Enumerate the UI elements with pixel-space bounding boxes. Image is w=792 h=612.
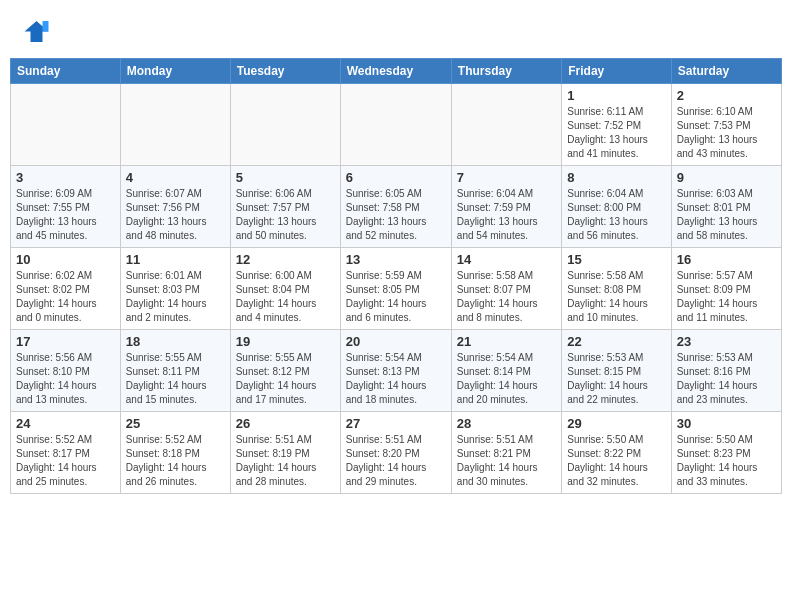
calendar-day-cell: 10Sunrise: 6:02 AM Sunset: 8:02 PM Dayli… xyxy=(11,248,121,330)
day-number: 8 xyxy=(567,170,665,185)
day-info: Sunrise: 5:55 AM Sunset: 8:11 PM Dayligh… xyxy=(126,351,225,407)
weekday-header-monday: Monday xyxy=(120,59,230,84)
header xyxy=(10,10,782,50)
day-number: 30 xyxy=(677,416,776,431)
weekday-header-sunday: Sunday xyxy=(11,59,121,84)
day-number: 1 xyxy=(567,88,665,103)
calendar-week-row: 1Sunrise: 6:11 AM Sunset: 7:52 PM Daylig… xyxy=(11,84,782,166)
day-number: 19 xyxy=(236,334,335,349)
day-info: Sunrise: 5:51 AM Sunset: 8:19 PM Dayligh… xyxy=(236,433,335,489)
calendar-day-cell: 8Sunrise: 6:04 AM Sunset: 8:00 PM Daylig… xyxy=(562,166,671,248)
day-number: 18 xyxy=(126,334,225,349)
day-number: 17 xyxy=(16,334,115,349)
day-info: Sunrise: 6:07 AM Sunset: 7:56 PM Dayligh… xyxy=(126,187,225,243)
calendar-week-row: 10Sunrise: 6:02 AM Sunset: 8:02 PM Dayli… xyxy=(11,248,782,330)
calendar-week-row: 17Sunrise: 5:56 AM Sunset: 8:10 PM Dayli… xyxy=(11,330,782,412)
day-info: Sunrise: 6:05 AM Sunset: 7:58 PM Dayligh… xyxy=(346,187,446,243)
calendar-day-cell: 21Sunrise: 5:54 AM Sunset: 8:14 PM Dayli… xyxy=(451,330,561,412)
calendar-day-cell: 17Sunrise: 5:56 AM Sunset: 8:10 PM Dayli… xyxy=(11,330,121,412)
calendar-day-cell: 11Sunrise: 6:01 AM Sunset: 8:03 PM Dayli… xyxy=(120,248,230,330)
svg-marker-2 xyxy=(43,21,49,32)
day-number: 23 xyxy=(677,334,776,349)
day-number: 28 xyxy=(457,416,556,431)
day-info: Sunrise: 6:03 AM Sunset: 8:01 PM Dayligh… xyxy=(677,187,776,243)
day-info: Sunrise: 6:06 AM Sunset: 7:57 PM Dayligh… xyxy=(236,187,335,243)
day-info: Sunrise: 5:58 AM Sunset: 8:08 PM Dayligh… xyxy=(567,269,665,325)
day-info: Sunrise: 5:50 AM Sunset: 8:23 PM Dayligh… xyxy=(677,433,776,489)
day-number: 9 xyxy=(677,170,776,185)
day-info: Sunrise: 5:58 AM Sunset: 8:07 PM Dayligh… xyxy=(457,269,556,325)
day-info: Sunrise: 6:04 AM Sunset: 8:00 PM Dayligh… xyxy=(567,187,665,243)
day-number: 24 xyxy=(16,416,115,431)
calendar-header-row: SundayMondayTuesdayWednesdayThursdayFrid… xyxy=(11,59,782,84)
calendar-day-cell: 25Sunrise: 5:52 AM Sunset: 8:18 PM Dayli… xyxy=(120,412,230,494)
calendar-day-cell: 6Sunrise: 6:05 AM Sunset: 7:58 PM Daylig… xyxy=(340,166,451,248)
day-number: 12 xyxy=(236,252,335,267)
calendar-day-cell: 18Sunrise: 5:55 AM Sunset: 8:11 PM Dayli… xyxy=(120,330,230,412)
day-info: Sunrise: 5:51 AM Sunset: 8:21 PM Dayligh… xyxy=(457,433,556,489)
calendar-day-cell: 29Sunrise: 5:50 AM Sunset: 8:22 PM Dayli… xyxy=(562,412,671,494)
calendar-day-cell: 15Sunrise: 5:58 AM Sunset: 8:08 PM Dayli… xyxy=(562,248,671,330)
page: SundayMondayTuesdayWednesdayThursdayFrid… xyxy=(0,0,792,504)
day-number: 26 xyxy=(236,416,335,431)
calendar-day-cell: 5Sunrise: 6:06 AM Sunset: 7:57 PM Daylig… xyxy=(230,166,340,248)
day-info: Sunrise: 5:53 AM Sunset: 8:16 PM Dayligh… xyxy=(677,351,776,407)
day-info: Sunrise: 5:53 AM Sunset: 8:15 PM Dayligh… xyxy=(567,351,665,407)
calendar-day-cell: 30Sunrise: 5:50 AM Sunset: 8:23 PM Dayli… xyxy=(671,412,781,494)
weekday-header-friday: Friday xyxy=(562,59,671,84)
day-number: 7 xyxy=(457,170,556,185)
calendar-day-cell: 12Sunrise: 6:00 AM Sunset: 8:04 PM Dayli… xyxy=(230,248,340,330)
day-info: Sunrise: 5:59 AM Sunset: 8:05 PM Dayligh… xyxy=(346,269,446,325)
calendar-day-cell: 22Sunrise: 5:53 AM Sunset: 8:15 PM Dayli… xyxy=(562,330,671,412)
day-number: 27 xyxy=(346,416,446,431)
day-info: Sunrise: 6:01 AM Sunset: 8:03 PM Dayligh… xyxy=(126,269,225,325)
day-number: 2 xyxy=(677,88,776,103)
weekday-header-thursday: Thursday xyxy=(451,59,561,84)
day-number: 5 xyxy=(236,170,335,185)
day-number: 4 xyxy=(126,170,225,185)
day-number: 14 xyxy=(457,252,556,267)
day-number: 25 xyxy=(126,416,225,431)
calendar-day-cell: 13Sunrise: 5:59 AM Sunset: 8:05 PM Dayli… xyxy=(340,248,451,330)
calendar-table: SundayMondayTuesdayWednesdayThursdayFrid… xyxy=(10,58,782,494)
calendar-day-cell: 2Sunrise: 6:10 AM Sunset: 7:53 PM Daylig… xyxy=(671,84,781,166)
day-info: Sunrise: 5:52 AM Sunset: 8:18 PM Dayligh… xyxy=(126,433,225,489)
day-info: Sunrise: 5:50 AM Sunset: 8:22 PM Dayligh… xyxy=(567,433,665,489)
calendar-week-row: 3Sunrise: 6:09 AM Sunset: 7:55 PM Daylig… xyxy=(11,166,782,248)
calendar-day-cell xyxy=(11,84,121,166)
day-info: Sunrise: 5:54 AM Sunset: 8:13 PM Dayligh… xyxy=(346,351,446,407)
logo-icon xyxy=(20,15,50,45)
day-number: 21 xyxy=(457,334,556,349)
day-info: Sunrise: 5:51 AM Sunset: 8:20 PM Dayligh… xyxy=(346,433,446,489)
day-number: 3 xyxy=(16,170,115,185)
day-info: Sunrise: 5:55 AM Sunset: 8:12 PM Dayligh… xyxy=(236,351,335,407)
day-info: Sunrise: 5:57 AM Sunset: 8:09 PM Dayligh… xyxy=(677,269,776,325)
calendar-day-cell: 4Sunrise: 6:07 AM Sunset: 7:56 PM Daylig… xyxy=(120,166,230,248)
calendar-day-cell xyxy=(340,84,451,166)
day-info: Sunrise: 6:11 AM Sunset: 7:52 PM Dayligh… xyxy=(567,105,665,161)
day-info: Sunrise: 5:52 AM Sunset: 8:17 PM Dayligh… xyxy=(16,433,115,489)
calendar-day-cell: 27Sunrise: 5:51 AM Sunset: 8:20 PM Dayli… xyxy=(340,412,451,494)
weekday-header-tuesday: Tuesday xyxy=(230,59,340,84)
day-number: 15 xyxy=(567,252,665,267)
day-number: 29 xyxy=(567,416,665,431)
day-info: Sunrise: 6:04 AM Sunset: 7:59 PM Dayligh… xyxy=(457,187,556,243)
calendar-day-cell: 16Sunrise: 5:57 AM Sunset: 8:09 PM Dayli… xyxy=(671,248,781,330)
calendar-day-cell: 19Sunrise: 5:55 AM Sunset: 8:12 PM Dayli… xyxy=(230,330,340,412)
calendar-day-cell: 24Sunrise: 5:52 AM Sunset: 8:17 PM Dayli… xyxy=(11,412,121,494)
day-info: Sunrise: 6:10 AM Sunset: 7:53 PM Dayligh… xyxy=(677,105,776,161)
day-number: 13 xyxy=(346,252,446,267)
day-number: 16 xyxy=(677,252,776,267)
calendar-day-cell xyxy=(451,84,561,166)
day-number: 6 xyxy=(346,170,446,185)
calendar-day-cell: 26Sunrise: 5:51 AM Sunset: 8:19 PM Dayli… xyxy=(230,412,340,494)
calendar-day-cell: 9Sunrise: 6:03 AM Sunset: 8:01 PM Daylig… xyxy=(671,166,781,248)
calendar-day-cell: 23Sunrise: 5:53 AM Sunset: 8:16 PM Dayli… xyxy=(671,330,781,412)
day-number: 11 xyxy=(126,252,225,267)
logo xyxy=(20,15,54,45)
day-number: 10 xyxy=(16,252,115,267)
calendar-day-cell: 3Sunrise: 6:09 AM Sunset: 7:55 PM Daylig… xyxy=(11,166,121,248)
calendar-day-cell: 7Sunrise: 6:04 AM Sunset: 7:59 PM Daylig… xyxy=(451,166,561,248)
day-number: 20 xyxy=(346,334,446,349)
day-info: Sunrise: 6:09 AM Sunset: 7:55 PM Dayligh… xyxy=(16,187,115,243)
